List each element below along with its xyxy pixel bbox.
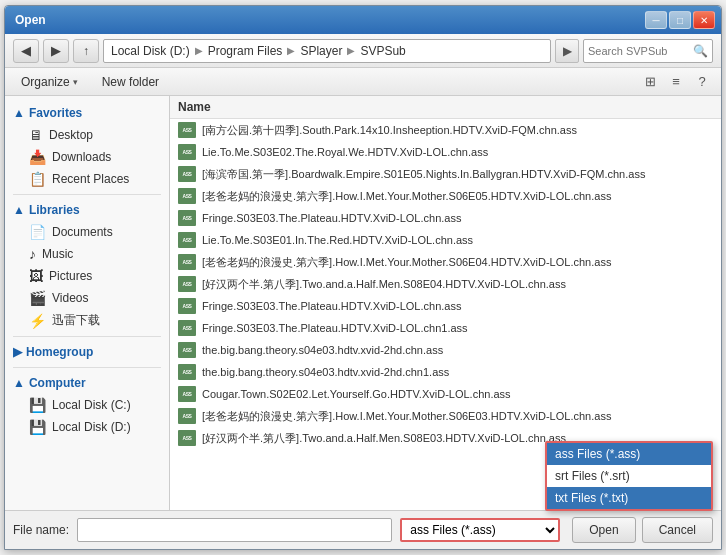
file-name: [好汉两个半.第八季].Two.and.a.Half.Men.S08E03.HD… (202, 431, 566, 446)
favorites-header[interactable]: ▲ Favorites (5, 102, 169, 124)
title-bar: Open ─ □ ✕ (5, 6, 721, 34)
list-item[interactable]: ASS[老爸老妈的浪漫史.第六季].How.I.Met.Your.Mother.… (170, 405, 721, 427)
list-item[interactable]: ASSFringe.S03E03.The.Plateau.HDTV.XviD-L… (170, 295, 721, 317)
sidebar-item-desktop[interactable]: 🖥 Desktop (5, 124, 169, 146)
file-icon: ASS (178, 254, 196, 270)
list-item[interactable]: ASSFringe.S03E03.The.Plateau.HDTV.XviD-L… (170, 207, 721, 229)
open-dialog: Open ─ □ ✕ ◀ ▶ ↑ Local Disk (D:) ▶ Progr… (4, 5, 722, 550)
cancel-button[interactable]: Cancel (642, 517, 713, 543)
new-folder-button[interactable]: New folder (94, 72, 167, 92)
crumb-localdisk[interactable]: Local Disk (D:) (108, 43, 193, 59)
search-input[interactable] (588, 45, 689, 57)
new-folder-label: New folder (102, 75, 159, 89)
sidebar: ▲ Favorites 🖥 Desktop 📥 Downloads 📋 Rece… (5, 96, 170, 510)
file-name: [老爸老妈的浪漫史.第六季].How.I.Met.Your.Mother.S06… (202, 189, 611, 204)
open-button[interactable]: Open (572, 517, 635, 543)
file-name: the.big.bang.theory.s04e03.hdtv.xvid-2hd… (202, 366, 449, 378)
crumb-arrow-1: ▶ (195, 45, 203, 56)
view-grid-button[interactable]: ⊞ (639, 71, 661, 93)
menu-bar: Organize ▾ New folder ⊞ ≡ ? (5, 68, 721, 96)
up-button[interactable]: ↑ (73, 39, 99, 63)
downloads-icon: 📥 (29, 149, 46, 165)
list-item[interactable]: ASSthe.big.bang.theory.s04e03.hdtv.xvid-… (170, 339, 721, 361)
filename-input[interactable] (77, 518, 392, 542)
search-box[interactable]: 🔍 (583, 39, 713, 63)
file-list: ASS[南方公园.第十四季].South.Park.14x10.Insheept… (170, 119, 721, 449)
sidebar-item-downloads[interactable]: 📥 Downloads (5, 146, 169, 168)
list-item[interactable]: ASS[南方公园.第十四季].South.Park.14x10.Insheept… (170, 119, 721, 141)
dropdown-item-srt[interactable]: srt Files (*.srt) (547, 465, 711, 487)
ddrive-icon: 💾 (29, 419, 46, 435)
sidebar-item-cdrive[interactable]: 💾 Local Disk (C:) (5, 394, 169, 416)
help-button[interactable]: ? (691, 71, 713, 93)
minimize-button[interactable]: ─ (645, 11, 667, 29)
crumb-programfiles[interactable]: Program Files (205, 43, 286, 59)
file-name: the.big.bang.theory.s04e03.hdtv.xvid-2hd… (202, 344, 443, 356)
cdrive-icon: 💾 (29, 397, 46, 413)
sidebar-item-videos[interactable]: 🎬 Videos (5, 287, 169, 309)
back-button[interactable]: ◀ (13, 39, 39, 63)
xunlei-icon: ⚡ (29, 313, 46, 329)
filetype-dropdown[interactable]: ass Files (*.ass) srt Files (*.srt) txt … (545, 441, 713, 511)
view-list-button[interactable]: ≡ (665, 71, 687, 93)
file-icon: ASS (178, 408, 196, 424)
favorites-label: Favorites (29, 106, 82, 120)
list-item[interactable]: ASSLie.To.Me.S03E01.In.The.Red.HDTV.XviD… (170, 229, 721, 251)
address-bar[interactable]: Local Disk (D:) ▶ Program Files ▶ SPlaye… (103, 39, 551, 63)
sidebar-item-ddrive[interactable]: 💾 Local Disk (D:) (5, 416, 169, 438)
list-item[interactable]: ASSCougar.Town.S02E02.Let.Yourself.Go.HD… (170, 383, 721, 405)
dropdown-item-txt[interactable]: txt Files (*.txt) (547, 487, 711, 509)
list-item[interactable]: ASSFringe.S03E03.The.Plateau.HDTV.XviD-L… (170, 317, 721, 339)
pictures-label: Pictures (49, 269, 92, 283)
sidebar-item-xunlei[interactable]: ⚡ 迅雷下载 (5, 309, 169, 332)
file-name: [老爸老妈的浪漫史.第六季].How.I.Met.Your.Mother.S06… (202, 255, 611, 270)
libraries-label: Libraries (29, 203, 80, 217)
homegroup-header[interactable]: ▶ Homegroup (5, 341, 169, 363)
recent-icon: 📋 (29, 171, 46, 187)
maximize-button[interactable]: □ (669, 11, 691, 29)
file-icon: ASS (178, 188, 196, 204)
computer-header[interactable]: ▲ Computer (5, 372, 169, 394)
file-icon: ASS (178, 210, 196, 226)
filetype-select[interactable]: ass Files (*.ass)srt Files (*.srt)txt Fi… (400, 518, 560, 542)
list-item[interactable]: ASSthe.big.bang.theory.s04e03.hdtv.xvid-… (170, 361, 721, 383)
organize-arrow: ▾ (73, 77, 78, 87)
music-icon: ♪ (29, 246, 36, 262)
sidebar-item-music[interactable]: ♪ Music (5, 243, 169, 265)
dropdown-item-ass[interactable]: ass Files (*.ass) (547, 443, 711, 465)
documents-icon: 📄 (29, 224, 46, 240)
file-name: [好汉两个半.第八季].Two.and.a.Half.Men.S08E04.HD… (202, 277, 566, 292)
list-item[interactable]: ASS[好汉两个半.第八季].Two.and.a.Half.Men.S08E04… (170, 273, 721, 295)
list-item[interactable]: ASS[海滨帝国.第一季].Boardwalk.Empire.S01E05.Ni… (170, 163, 721, 185)
window-title: Open (11, 13, 46, 27)
crumb-svpsub[interactable]: SVPSub (357, 43, 408, 59)
crumb-splayer[interactable]: SPlayer (297, 43, 345, 59)
sidebar-item-documents[interactable]: 📄 Documents (5, 221, 169, 243)
close-button[interactable]: ✕ (693, 11, 715, 29)
breadcrumb: Local Disk (D:) ▶ Program Files ▶ SPlaye… (108, 43, 409, 59)
file-name: Lie.To.Me.S03E01.In.The.Red.HDTV.XviD-LO… (202, 234, 473, 246)
file-name: Cougar.Town.S02E02.Let.Yourself.Go.HDTV.… (202, 388, 511, 400)
list-item[interactable]: ASS[老爸老妈的浪漫史.第六季].How.I.Met.Your.Mother.… (170, 251, 721, 273)
libraries-header[interactable]: ▲ Libraries (5, 199, 169, 221)
file-name: Fringe.S03E03.The.Plateau.HDTV.XviD-LOL.… (202, 212, 461, 224)
file-name: [海滨帝国.第一季].Boardwalk.Empire.S01E05.Night… (202, 167, 645, 182)
downloads-label: Downloads (52, 150, 111, 164)
refresh-button[interactable]: ▶ (555, 39, 579, 63)
list-item[interactable]: ASS[老爸老妈的浪漫史.第六季].How.I.Met.Your.Mother.… (170, 185, 721, 207)
organize-menu[interactable]: Organize ▾ (13, 72, 86, 92)
sidebar-item-recent[interactable]: 📋 Recent Places (5, 168, 169, 190)
forward-button[interactable]: ▶ (43, 39, 69, 63)
file-icon: ASS (178, 386, 196, 402)
videos-icon: 🎬 (29, 290, 46, 306)
music-label: Music (42, 247, 73, 261)
crumb-arrow-3: ▶ (347, 45, 355, 56)
list-item[interactable]: ASSLie.To.Me.S03E02.The.Royal.We.HDTV.Xv… (170, 141, 721, 163)
file-column-name: Name (170, 96, 721, 119)
file-name: [老爸老妈的浪漫史.第六季].How.I.Met.Your.Mother.S06… (202, 409, 611, 424)
desktop-label: Desktop (49, 128, 93, 142)
file-icon: ASS (178, 122, 196, 138)
sidebar-item-pictures[interactable]: 🖼 Pictures (5, 265, 169, 287)
file-name: Lie.To.Me.S03E02.The.Royal.We.HDTV.XviD-… (202, 146, 488, 158)
file-icon: ASS (178, 342, 196, 358)
